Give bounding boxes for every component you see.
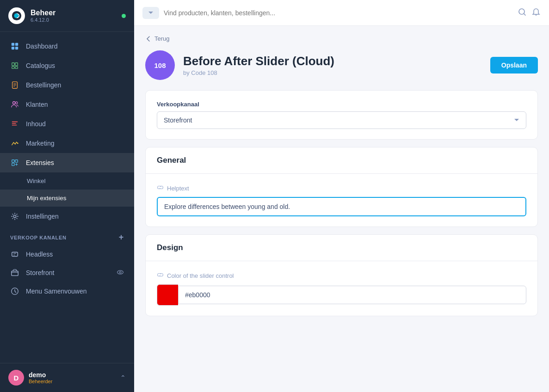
design-card: Design Color of the slider control: [145, 234, 538, 316]
sidebar-item-inhoud[interactable]: Inhoud: [0, 114, 134, 134]
channel-label: Headless: [26, 251, 53, 258]
svg-rect-24: [12, 271, 18, 276]
sidebar-item-label: Dashboard: [26, 43, 58, 50]
footer-username: demo: [29, 371, 52, 379]
general-card: General Helptext: [145, 147, 538, 227]
sidebar-item-mijn-extensies[interactable]: Mijn extensies: [0, 190, 134, 207]
verkoopkanaal-select[interactable]: Storefront Headless: [157, 111, 526, 129]
topbar-icons: [518, 7, 541, 18]
svg-rect-7: [12, 67, 14, 69]
design-card-body: Color of the slider control: [146, 261, 537, 316]
svg-rect-5: [12, 63, 14, 66]
app-logo: [8, 7, 25, 24]
page-header-info: Before After Slider (Cloud) by Code 108: [183, 54, 482, 76]
sidebar-item-catalogus[interactable]: Catalogus: [0, 56, 134, 75]
sidebar-item-marketing[interactable]: Marketing: [0, 134, 134, 153]
sidebar-item-label: Winkel: [27, 178, 46, 184]
storefront-icon: [10, 268, 19, 277]
general-section-title: General: [146, 147, 537, 174]
page-title: Before After Slider (Cloud): [183, 54, 482, 68]
sidebar-item-klanten[interactable]: Klanten: [0, 95, 134, 114]
sidebar-item-bestellingen[interactable]: Bestellingen: [0, 75, 134, 95]
sidebar-item-label: Klanten: [26, 101, 48, 108]
svg-rect-19: [12, 160, 14, 162]
svg-point-14: [15, 102, 18, 104]
sidebar-footer: D demo Beheerder ⌃: [0, 363, 134, 392]
color-swatch[interactable]: [157, 284, 178, 306]
sidebar: Beheer 6.4.12.0 Dashboard: [0, 0, 134, 392]
helptext-label-text: Helptext: [167, 185, 189, 192]
marketing-icon: [10, 139, 19, 148]
verkoopkanaal-card: Verkoopkanaal Storefront Headless: [145, 90, 538, 140]
helptext-label-row: Helptext: [157, 184, 526, 192]
slider-color-label-text: Color of the slider control: [167, 272, 234, 279]
svg-rect-17: [12, 125, 17, 126]
section-label-text: Verkoop Kanalen: [10, 235, 67, 240]
chevron-up-icon[interactable]: ⌃: [120, 374, 126, 381]
sidebar-item-label: Inhoud: [26, 120, 46, 128]
save-button[interactable]: Opslaan: [490, 57, 538, 74]
sidebar-item-label: Extensies: [26, 159, 54, 166]
sidebar-item-winkel[interactable]: Winkel: [0, 172, 134, 190]
svg-rect-16: [12, 123, 16, 124]
user-avatar: D: [8, 370, 24, 386]
svg-rect-23: [12, 252, 18, 257]
sidebar-item-dashboard[interactable]: Dashboard: [0, 37, 134, 56]
sidebar-item-instellingen[interactable]: Instellingen: [0, 207, 134, 226]
link-icon: [157, 184, 164, 192]
menu-collapse-icon: [10, 287, 19, 296]
sidebar-item-label: Instellingen: [26, 213, 59, 220]
sidebar-item-headless[interactable]: Headless: [0, 245, 134, 263]
sidebar-item-storefront[interactable]: Storefront: [0, 263, 134, 282]
sidebar-nav: Dashboard Catalogus: [0, 32, 134, 363]
settings-icon: [10, 212, 19, 221]
svg-rect-21: [12, 163, 14, 165]
general-card-body: Helptext: [146, 174, 537, 227]
color-hex-input[interactable]: [178, 286, 526, 304]
verkoopkanaal-label: Verkoopkanaal: [157, 101, 526, 108]
footer-user-info: demo Beheerder: [29, 371, 52, 384]
svg-rect-6: [15, 63, 18, 66]
sidebar-item-label: Mijn extensies: [27, 195, 67, 202]
app-name: Beheer: [31, 9, 56, 17]
sidebar-title: Beheer 6.4.12.0: [31, 9, 56, 23]
customers-icon: [10, 100, 19, 109]
svg-rect-3: [12, 47, 14, 49]
svg-rect-1: [12, 43, 14, 46]
content-icon: [10, 119, 19, 129]
slider-color-label-row: Color of the slider control: [157, 271, 526, 280]
topbar: [134, 0, 549, 26]
link-icon-2: [157, 271, 164, 280]
main-content: Terug 108 Before After Slider (Cloud) by…: [134, 0, 549, 392]
topbar-channel-dropdown[interactable]: [142, 7, 159, 19]
svg-rect-15: [12, 122, 18, 122]
search-input[interactable]: [164, 9, 513, 17]
sidebar-item-extensies[interactable]: Extensies: [0, 153, 134, 172]
channel-label: Menu Samenvouwen: [26, 288, 87, 295]
channel-label: Storefront: [26, 269, 54, 276]
helptext-input[interactable]: [157, 197, 526, 216]
svg-point-13: [13, 102, 15, 104]
svg-rect-20: [15, 160, 18, 162]
page-subtitle: by Code 108: [183, 69, 482, 76]
plugin-avatar: 108: [145, 50, 175, 80]
online-indicator: [122, 14, 126, 18]
breadcrumb[interactable]: Terug: [145, 35, 538, 42]
svg-point-25: [117, 270, 123, 274]
extensions-icon: [10, 158, 19, 167]
verkoopkanaal-card-body: Verkoopkanaal Storefront Headless: [146, 91, 537, 139]
sidebar-header: Beheer 6.4.12.0: [0, 0, 134, 32]
add-channel-button[interactable]: +: [119, 233, 124, 242]
svg-rect-2: [15, 43, 18, 46]
notification-bell-icon[interactable]: [531, 7, 541, 18]
svg-point-26: [119, 271, 121, 273]
svg-rect-4: [15, 47, 18, 49]
footer-role: Beheerder: [29, 379, 52, 384]
search-icon[interactable]: [518, 7, 527, 18]
sidebar-item-menu-samenvouwen[interactable]: Menu Samenvouwen: [0, 282, 134, 300]
app-version: 6.4.12.0: [31, 17, 56, 23]
sidebar-item-label: Catalogus: [26, 62, 55, 69]
svg-point-18: [17, 143, 19, 144]
catalog-icon: [10, 61, 19, 70]
eye-icon[interactable]: [117, 269, 124, 277]
